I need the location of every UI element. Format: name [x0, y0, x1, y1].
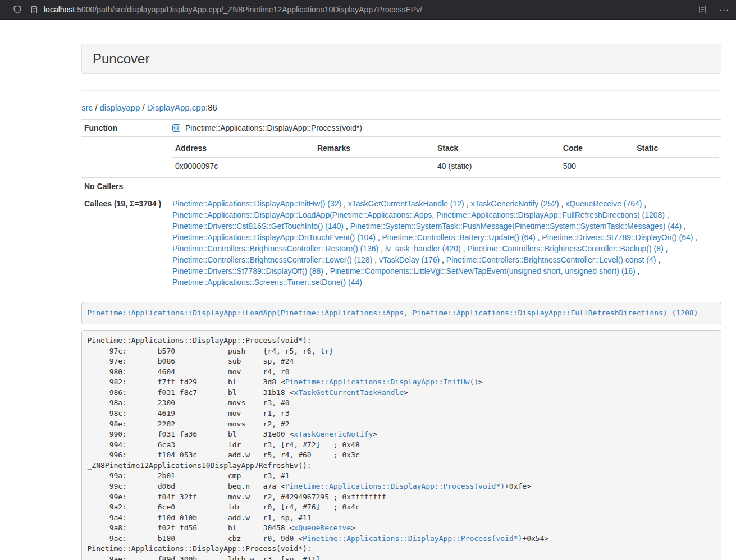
disassembly-symbol-link[interactable]: Pinetime::Applications::DisplayApp::Init… — [285, 378, 478, 386]
no-callers-label: No Callers — [81, 178, 170, 195]
address-bar-url[interactable]: localhost:5000/path/src/displayapp/Displ… — [44, 5, 422, 14]
tracking-protection-shield-icon[interactable] — [13, 5, 22, 14]
function-row: Function Pinetime::Applications::Display… — [81, 120, 721, 137]
static-value — [634, 157, 719, 175]
metrics-row: Address Remarks Stack Code Static 0x0000… — [81, 137, 721, 178]
no-callers-cell — [170, 178, 721, 195]
url-path: :5000/path/src/displayapp/DisplayApp.cpp… — [75, 5, 422, 14]
callee-link[interactable]: Pinetime::Components::LittleVgl::SetNewT… — [330, 267, 636, 276]
metrics-header-row: Address Remarks Stack Code Static — [172, 140, 719, 157]
column-code: Code — [560, 140, 634, 157]
function-name-cell: Pinetime::Applications::DisplayApp::Proc… — [170, 120, 721, 137]
callee-link[interactable]: vTaskDelay (176) — [379, 255, 440, 264]
callee-link[interactable]: Pinetime::Controllers::BrightnessControl… — [467, 244, 663, 253]
callee-link[interactable]: Pinetime::Drivers::St7789::DisplayOff() … — [172, 267, 323, 276]
callee-link[interactable]: Pinetime::Drivers::St7789::DisplayOn() (… — [542, 233, 693, 242]
loadapp-symbol-box: Pinetime::Applications::DisplayApp::Load… — [81, 302, 721, 324]
callees-list: Pinetime::Applications::DisplayApp::Init… — [170, 195, 721, 291]
app-header-panel: Puncover — [81, 44, 721, 74]
app-title: Puncover — [93, 49, 710, 68]
loadapp-symbol-link[interactable]: Pinetime::Applications::DisplayApp::Load… — [88, 309, 698, 317]
code-value: 500 — [560, 157, 634, 175]
callee-link[interactable]: xQueueReceive (764) — [565, 199, 642, 208]
callee-link[interactable]: Pinetime::Drivers::Cst816S::GetTouchInfo… — [172, 222, 344, 231]
callee-link[interactable]: xTaskGetCurrentTaskHandle (12) — [348, 199, 464, 208]
callees-row: Callees (19, Σ=3704 ) Pinetime::Applicat… — [81, 195, 721, 291]
disassembly-symbol-link[interactable]: xTaskGetCurrentTaskHandle — [294, 388, 404, 397]
callee-link[interactable]: Pinetime::Applications::Screens::Timer::… — [172, 278, 362, 287]
disassembly-symbol-link[interactable]: Pinetime::Applications::DisplayApp::Proc… — [303, 534, 522, 543]
column-remarks: Remarks — [314, 140, 435, 157]
column-static: Static — [634, 140, 719, 157]
function-icon — [172, 123, 185, 132]
stack-value: 40 (static) — [435, 157, 560, 175]
no-callers-row: No Callers — [81, 178, 721, 195]
breadcrumb-link[interactable]: DisplayApp.cpp — [147, 103, 205, 112]
breadcrumb: src / displayapp / DisplayApp.cpp:86 — [81, 102, 721, 113]
callees-label: Callees (19, Σ=3704 ) — [81, 195, 170, 291]
callee-link[interactable]: Pinetime::System::SystemTask::PushMessag… — [350, 222, 682, 231]
callee-link[interactable]: Pinetime::Controllers::Battery::Update()… — [382, 233, 536, 242]
divider — [81, 90, 721, 91]
page-actions-menu-icon[interactable]: ⋯ — [719, 5, 729, 15]
remarks-value — [314, 157, 435, 175]
disassembly-symbol-link[interactable]: xQueueReceive — [294, 524, 351, 532]
callee-link[interactable]: xTaskGenericNotify (252) — [470, 199, 559, 208]
callee-link[interactable]: Pinetime::Controllers::BrightnessControl… — [172, 244, 378, 253]
callee-link[interactable]: Pinetime::Controllers::BrightnessControl… — [172, 255, 372, 264]
disassembly-block: Pinetime::Applications::DisplayApp::Proc… — [81, 330, 721, 560]
reader-mode-icon[interactable] — [698, 5, 707, 14]
browser-url-bar[interactable]: localhost:5000/path/src/displayapp/Displ… — [0, 0, 736, 20]
page-container: Puncover src / displayapp / DisplayApp.c… — [81, 44, 721, 560]
address-value: 0x0000097c — [172, 157, 314, 175]
symbol-detail-table: Function Pinetime::Applications::Display… — [81, 119, 721, 291]
disassembly-symbol-link[interactable]: Pinetime::Applications::DisplayApp::Proc… — [285, 482, 505, 490]
function-name: Pinetime::Applications::DisplayApp::Proc… — [185, 123, 362, 132]
breadcrumb-link[interactable]: src — [81, 103, 93, 112]
callee-link[interactable]: Pinetime::Applications::DisplayApp::OnTo… — [172, 233, 376, 242]
column-address: Address — [172, 140, 314, 157]
breadcrumb-link[interactable]: displayapp — [100, 103, 140, 112]
page-info-icon[interactable] — [30, 6, 38, 14]
url-host: localhost — [44, 5, 75, 14]
metrics-table: Address Remarks Stack Code Static 0x0000… — [172, 140, 719, 175]
metrics-cell: Address Remarks Stack Code Static 0x0000… — [170, 137, 721, 178]
callee-link[interactable]: Pinetime::Applications::DisplayApp::Init… — [172, 199, 341, 208]
function-label: Function — [81, 120, 170, 137]
callee-link[interactable]: lv_task_handler (420) — [385, 244, 461, 253]
metrics-value-row: 0x0000097c 40 (static) 500 — [172, 157, 719, 175]
disassembly-symbol-link[interactable]: xTaskGenericNotify — [294, 430, 373, 438]
callee-link[interactable]: Pinetime::Controllers::BrightnessControl… — [446, 255, 656, 264]
callee-link[interactable]: Pinetime::Applications::DisplayApp::Load… — [172, 210, 665, 219]
column-stack: Stack — [435, 140, 560, 157]
metrics-row-spacer — [81, 137, 170, 178]
